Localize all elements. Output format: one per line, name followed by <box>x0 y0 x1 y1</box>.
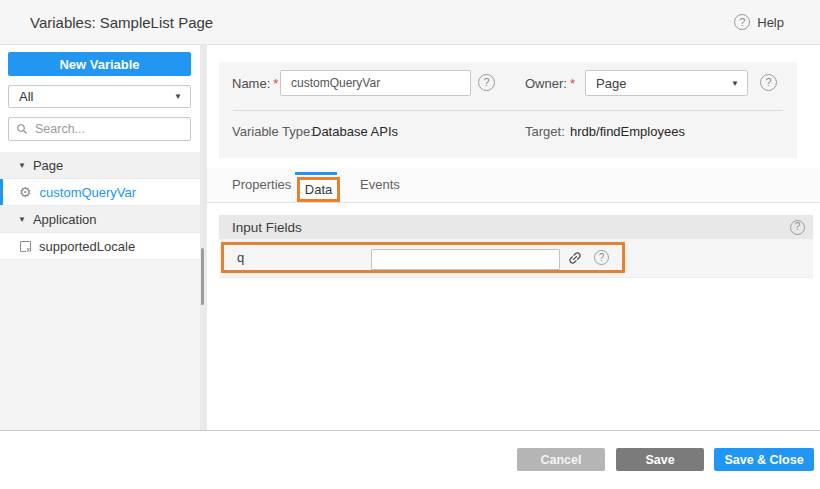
collapse-arrow-icon: ▼ <box>18 215 26 224</box>
tab-data[interactable]: Data <box>297 177 340 202</box>
help-button[interactable]: ? Help <box>734 0 784 44</box>
variable-editor: Name:* ? Owner:* Page ▼ ? Variable Type:… <box>207 45 820 430</box>
input-fields-header: Input Fields ? <box>219 215 813 239</box>
variables-dialog: Variables: SampleList Page ? Help New Va… <box>0 0 820 489</box>
dialog-footer: Cancel Save Save & Close <box>0 430 820 489</box>
target-label: Target: <box>525 124 565 139</box>
owner-label: Owner:* <box>525 76 575 91</box>
tab-events[interactable]: Events <box>353 168 407 202</box>
cancel-button[interactable]: Cancel <box>517 448 605 471</box>
static-variable-icon: x <box>20 241 31 252</box>
chevron-down-icon: ▼ <box>731 79 739 88</box>
variable-type-label: Variable Type: <box>232 124 314 139</box>
new-variable-button[interactable]: New Variable <box>8 52 191 76</box>
variable-type-value: Database APIs <box>312 124 398 139</box>
input-fields-title: Input Fields <box>232 220 302 235</box>
save-button[interactable]: Save <box>616 448 704 471</box>
active-tab-indicator <box>295 172 337 175</box>
owner-help-icon[interactable]: ? <box>760 74 777 91</box>
page-title: Variables: SampleList Page <box>30 14 213 31</box>
sidebar-empty-area <box>0 260 200 430</box>
field-q-label: q <box>237 250 244 265</box>
form-divider <box>233 110 783 111</box>
tree-item-supportedlocale[interactable]: x supportedLocale <box>0 233 200 260</box>
help-label: Help <box>757 15 784 30</box>
name-label: Name:* <box>232 76 278 91</box>
search-icon <box>16 123 28 135</box>
input-fields-panel: Input Fields ? q ? <box>219 215 813 278</box>
selection-indicator <box>0 179 3 205</box>
owner-value: Page <box>596 76 626 91</box>
tree-item-customqueryvar[interactable]: ⚙ customQueryVar <box>0 179 200 206</box>
field-q-input[interactable] <box>371 249 560 270</box>
dialog-header: Variables: SampleList Page ? Help <box>0 0 820 45</box>
sidebar-divider <box>200 45 207 430</box>
tree-group-application[interactable]: ▼ Application <box>0 206 200 233</box>
collapse-arrow-icon: ▼ <box>18 161 26 170</box>
help-icon: ? <box>734 14 750 30</box>
field-q-help-icon[interactable]: ? <box>594 250 609 265</box>
variable-search <box>8 117 191 141</box>
tree-group-page[interactable]: ▼ Page <box>0 152 200 179</box>
tree-group-label: Page <box>33 158 63 173</box>
input-fields-help-icon[interactable]: ? <box>790 220 805 235</box>
tree-item-label: supportedLocale <box>39 239 135 254</box>
editor-tabs: Properties Data Events <box>207 168 820 203</box>
tree-group-label: Application <box>33 212 97 227</box>
input-fields-body: q ? <box>219 239 813 278</box>
bind-link-icon[interactable] <box>567 250 583 266</box>
scrollbar-thumb[interactable] <box>201 248 204 305</box>
tab-properties[interactable]: Properties <box>225 168 298 202</box>
variables-tree: ▼ Page ⚙ customQueryVar ▼ Application x … <box>0 152 200 260</box>
owner-select[interactable]: Page ▼ <box>585 70 748 96</box>
search-input[interactable] <box>8 117 191 141</box>
name-input[interactable] <box>280 70 471 96</box>
required-marker: * <box>570 76 575 91</box>
required-marker: * <box>273 76 278 91</box>
tab-data-label: Data <box>305 182 332 197</box>
variable-filter-value: All <box>19 89 33 104</box>
variable-summary-form: Name:* ? Owner:* Page ▼ ? Variable Type:… <box>219 62 797 158</box>
variables-sidebar: New Variable All ▼ ▼ Page ⚙ customQueryV… <box>0 45 200 430</box>
input-field-row-q: q ? <box>221 242 625 273</box>
name-help-icon[interactable]: ? <box>478 74 495 91</box>
variable-filter-select[interactable]: All ▼ <box>8 85 191 108</box>
save-and-close-button[interactable]: Save & Close <box>714 448 814 471</box>
chevron-down-icon: ▼ <box>174 92 182 101</box>
tree-item-label: customQueryVar <box>40 185 137 200</box>
target-value: hrdb/findEmployees <box>570 124 685 139</box>
gear-icon: ⚙ <box>19 185 32 199</box>
